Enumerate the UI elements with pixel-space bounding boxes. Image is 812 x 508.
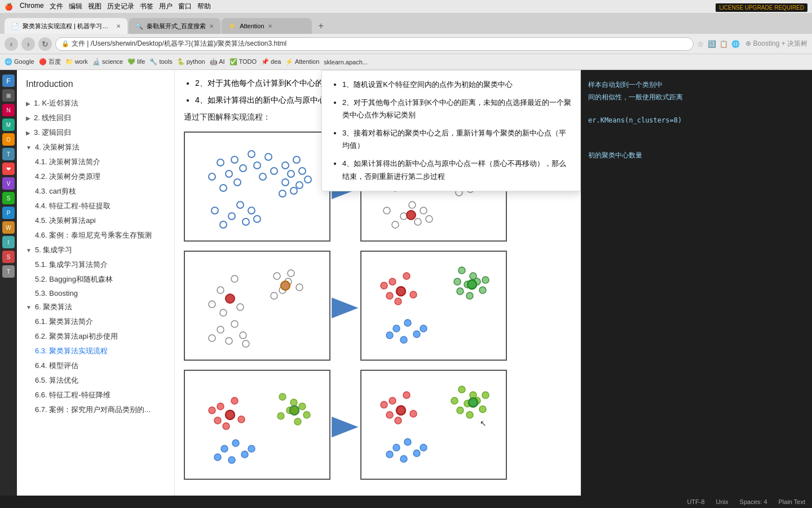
menu-bookmarks[interactable]: 书签 <box>140 2 153 11</box>
menu-user[interactable]: 用户 <box>159 2 173 11</box>
diagram-box-2a <box>184 251 330 361</box>
back-button[interactable]: ‹ <box>5 37 18 51</box>
nav-item-4-4[interactable]: 4.4. 特征工程-特征提取 <box>17 199 174 213</box>
dock-launchpad[interactable]: ⊞ <box>2 89 15 102</box>
svg-point-128 <box>386 411 393 418</box>
nav-title: Introduction <box>17 75 174 96</box>
bookmark-baidu[interactable]: 🔴 百度 <box>39 58 61 66</box>
diagram-box-1a <box>184 132 330 242</box>
menu-edit[interactable]: 编辑 <box>69 2 82 11</box>
nav-item-4-3[interactable]: 4.3. cart剪枝 <box>17 184 174 199</box>
bookmark-life[interactable]: 💚 life <box>127 58 145 65</box>
tab-active[interactable]: 📄 聚类算法实现流程 | 机器学习算... ✕ <box>5 18 127 34</box>
url-bar[interactable]: 🔒 文件 | /Users/sherwin/Desktop/机器学习(算法篇)/… <box>55 37 694 51</box>
extension-icon-3[interactable]: 🌐 <box>731 40 740 48</box>
status-encoding: UTF-8 <box>687 498 704 505</box>
nav-section-1[interactable]: ▶ 1. K-近邻算法 <box>17 96 174 111</box>
nav-item-4-2[interactable]: 4.2. 决策树分类原理 <box>17 169 174 184</box>
svg-point-59 <box>231 275 238 282</box>
nav-section-2[interactable]: ▶ 2. 线性回归 <box>17 111 174 125</box>
svg-point-111 <box>279 393 286 400</box>
dock-app6[interactable]: V <box>2 177 15 190</box>
svg-point-112 <box>290 399 297 406</box>
nav-item-5-2[interactable]: 5.2. Bagging和随机森林 <box>17 272 174 287</box>
nav-item-5-1[interactable]: 5.1. 集成学习算法简介 <box>17 257 174 272</box>
bookmark-todo[interactable]: ✅ TODO <box>230 58 257 65</box>
forward-button[interactable]: › <box>21 37 35 51</box>
popup-list: 1、随机设置K个特征空间内的点作为初始的聚类中心 2、对于其他每个点计算到K个中… <box>331 78 571 183</box>
new-tab-button[interactable]: + <box>313 18 329 34</box>
tab-2[interactable]: ⚡ Attention ✕ <box>222 18 312 34</box>
svg-point-0 <box>231 156 238 163</box>
nav-item-4-5[interactable]: 4.5. 决策树算法api <box>17 213 174 228</box>
dock-app8[interactable]: P <box>2 207 15 219</box>
menu-history[interactable]: 历史记录 <box>107 2 134 11</box>
svg-point-136 <box>457 407 464 414</box>
tab-bar: 📄 聚类算法实现流程 | 机器学习算... ✕ 🔍 秦勒展开式_百度搜索 ✕ ⚡… <box>0 14 812 34</box>
svg-point-95 <box>454 278 461 285</box>
svg-point-93 <box>466 292 473 299</box>
extensions-button[interactable]: ⊕ Boosting + 决策树 <box>745 39 807 49</box>
dock-app10[interactable]: I <box>2 236 15 248</box>
svg-point-124 <box>248 445 255 452</box>
dock-app4[interactable]: T <box>2 148 15 160</box>
bookmark-science[interactable]: 🔬 science <box>92 58 123 65</box>
chevron-icon-4: ▼ <box>26 144 32 151</box>
nav-item-6-7[interactable]: 6.7. 案例：探究用户对商品类别的... <box>17 402 174 417</box>
chevron-icon-6: ▼ <box>26 304 32 310</box>
nav-section-3[interactable]: ▶ 3. 逻辑回归 <box>17 125 174 140</box>
dock-app11[interactable]: S <box>2 251 15 263</box>
tab-close-0[interactable]: ✕ <box>116 23 121 29</box>
bookmark-python[interactable]: 🐍 python <box>177 58 205 65</box>
nav-item-6-1[interactable]: 6.1. 聚类算法简介 <box>17 314 174 329</box>
bookmark-sklearn[interactable]: sklearn.apach... <box>324 59 368 65</box>
menu-help[interactable]: 帮助 <box>197 2 211 11</box>
svg-point-72 <box>281 281 290 290</box>
nav-section-6[interactable]: ▼ 6. 聚类算法 <box>17 300 174 314</box>
apple-icon[interactable]: 🍎 <box>5 3 13 11</box>
bookmark-dea[interactable]: 📌 dea <box>261 58 281 65</box>
menu-window[interactable]: 窗口 <box>178 2 192 11</box>
bookmark-google[interactable]: 🌐 Google <box>5 58 34 65</box>
nav-item-6-6[interactable]: 6.6. 特征工程-特征降维 <box>17 388 174 402</box>
nav-item-6-3[interactable]: 6.3. 聚类算法实现流程 <box>17 344 174 358</box>
tab-close-1[interactable]: ✕ <box>209 23 214 29</box>
nav-item-6-2[interactable]: 6.2. 聚类算法api初步使用 <box>17 329 174 344</box>
dock-app1[interactable]: N <box>2 104 15 116</box>
tab-label-0: 聚类算法实现流程 | 机器学习算... <box>23 22 113 30</box>
bookmark-attention[interactable]: ⚡ Attention <box>285 58 319 65</box>
reload-button[interactable]: ↻ <box>38 37 52 51</box>
dock-app9[interactable]: W <box>2 221 15 234</box>
svg-point-19 <box>304 176 311 183</box>
bookmark-tools[interactable]: 🔧 tools <box>149 58 172 65</box>
nav-item-4-1[interactable]: 4.1. 决策树算法简介 <box>17 155 174 169</box>
menu-file[interactable]: 文件 <box>50 2 63 11</box>
nav-item-5-3[interactable]: 5.3. Boosting <box>17 287 174 300</box>
main-layout: F ⊞ N M O T ❤ V S P W I S T Introduction… <box>0 70 812 508</box>
svg-point-65 <box>226 294 235 303</box>
dock-app7[interactable]: S <box>2 192 15 204</box>
dock-app2[interactable]: M <box>2 119 15 131</box>
dock-app5[interactable]: ❤ <box>2 163 15 175</box>
tab-1[interactable]: 🔍 秦勒展开式_百度搜索 ✕ <box>129 18 220 34</box>
scatter-plot-3a <box>189 375 325 474</box>
nav-section-4[interactable]: ▼ 4. 决策树算法 <box>17 140 174 155</box>
bookmark-star[interactable]: ☆ <box>697 40 704 49</box>
dock-app3[interactable]: O <box>2 133 15 146</box>
nav-item-6-5[interactable]: 6.5. 算法优化 <box>17 373 174 388</box>
bookmarks-bar: 🌐 Google 🔴 百度 📁 work 🔬 science 💚 life 🔧 … <box>0 54 812 70</box>
extension-icon-1[interactable]: 🔢 <box>708 40 716 48</box>
arrow-2: ▶ <box>332 290 359 321</box>
bookmark-work[interactable]: 📁 work <box>65 58 88 65</box>
extension-icon-2[interactable]: 📋 <box>720 40 728 48</box>
nav-item-6-4[interactable]: 6.4. 模型评估 <box>17 358 174 373</box>
dock-app12[interactable]: T <box>2 265 15 278</box>
menu-chrome[interactable]: Chrome <box>20 2 44 11</box>
nav-item-4-6[interactable]: 4.6. 案例：泰坦尼克号乘客生存预测 <box>17 228 174 243</box>
menu-view[interactable]: 视图 <box>88 2 102 11</box>
tab-close-2[interactable]: ✕ <box>268 23 272 29</box>
dock-finder[interactable]: F <box>2 75 15 87</box>
bookmark-ai[interactable]: 🤖 AI <box>210 58 225 65</box>
svg-text:↖: ↖ <box>480 419 487 428</box>
nav-section-5[interactable]: ▼ 5. 集成学习 <box>17 243 174 257</box>
